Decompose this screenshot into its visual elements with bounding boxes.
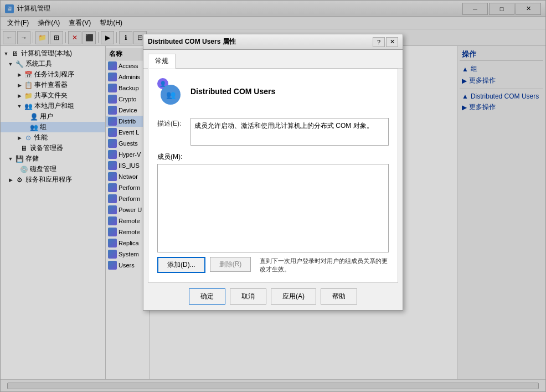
group-icon-container: 👤 👥 (157, 78, 184, 105)
dialog-distrib-com-users: Distributed COM Users 属性 ? ✕ 常规 👤 (143, 34, 403, 311)
tab-general[interactable]: 常规 (148, 54, 176, 69)
dialog-title-buttons: ? ✕ (373, 37, 398, 47)
add-remove-row: 添加(D)... 删除(R) 直到下一次用户登录时对用户的组成员关系的更改才生效… (157, 257, 389, 274)
desc-value[interactable]: 成员允许启动、激活和使用此计算机上的分布式 COM 对象。 (190, 118, 389, 146)
dialog-help-button[interactable]: ? (373, 37, 385, 47)
add-button[interactable]: 添加(D)... (157, 257, 205, 273)
desc-label: 描述(E): (157, 118, 190, 128)
dialog-tabs: 常规 (143, 50, 403, 69)
cancel-button[interactable]: 取消 (230, 288, 266, 305)
members-label: 成员(M): (157, 152, 389, 162)
remove-button[interactable]: 删除(R) (210, 257, 251, 272)
dialog-title-text: Distributed COM Users 属性 (148, 37, 373, 47)
description-row: 描述(E): 成员允许启动、激活和使用此计算机上的分布式 COM 对象。 (157, 118, 389, 146)
group-icon-main: 👥 (161, 85, 181, 105)
ok-button[interactable]: 确定 (189, 288, 225, 305)
members-list[interactable] (157, 164, 389, 252)
dialog-content: 👤 👥 Distributed COM Users 描述(E): 成员允许启动、… (148, 69, 398, 283)
apply-button[interactable]: 应用(A) (271, 288, 316, 305)
group-header: 👤 👥 Distributed COM Users (157, 78, 389, 109)
help-button[interactable]: 帮助 (321, 288, 357, 305)
main-window: 🖥 计算机管理 ─ □ ✕ 文件(F) 操作(A) 查看(V) 帮助(H) ← … (0, 0, 546, 392)
group-name-text: Distributed COM Users (190, 87, 275, 96)
dialog-close-button[interactable]: ✕ (386, 37, 398, 47)
dialog-footer: 确定 取消 应用(A) 帮助 (143, 283, 403, 310)
modal-overlay: Distributed COM Users 属性 ? ✕ 常规 👤 (1, 1, 545, 391)
note-text: 直到下一次用户登录时对用户的组成员关系的更改才生效。 (260, 257, 389, 274)
dialog-title-bar: Distributed COM Users 属性 ? ✕ (143, 34, 403, 50)
